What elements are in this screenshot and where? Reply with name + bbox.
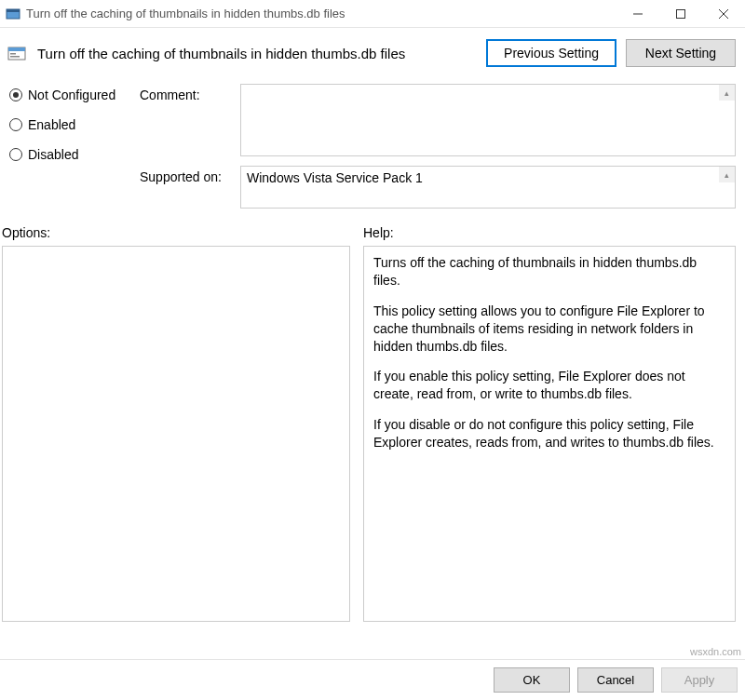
supported-row: Supported on: Windows Vista Service Pack… [140,166,736,209]
policy-icon [6,7,20,21]
config-area: Not Configured Enabled Disabled Comment:… [0,78,745,209]
header: Turn off the caching of thumbnails in hi… [0,28,745,78]
close-button[interactable] [702,0,745,27]
watermark: wsxdn.com [690,646,741,657]
comment-input[interactable]: ▴ [240,84,736,156]
radio-indicator [9,118,22,131]
section-labels: Options: Help: [0,209,745,246]
radio-label: Enabled [28,117,75,132]
radio-indicator [9,148,22,161]
titlebar: Turn off the caching of thumbnails in hi… [0,0,745,28]
radio-enabled[interactable]: Enabled [9,117,130,132]
help-pane: Turns off the caching of thumbnails in h… [363,246,736,622]
svg-rect-9 [10,56,20,58]
radio-indicator [9,88,22,101]
minimize-button[interactable] [616,0,659,27]
svg-rect-8 [10,53,16,55]
help-paragraph: This policy setting allows you to config… [373,303,725,356]
comment-row: Comment: ▴ [140,84,736,156]
radio-label: Not Configured [28,88,115,102]
panes: Turns off the caching of thumbnails in h… [0,246,745,622]
next-setting-button[interactable]: Next Setting [626,39,736,67]
state-radio-group: Not Configured Enabled Disabled [9,84,130,209]
comment-label: Comment: [140,84,233,156]
supported-label: Supported on: [140,166,233,209]
policy-large-icon [7,44,26,62]
policy-title: Turn off the caching of thumbnails in hi… [37,46,477,61]
scroll-up-icon[interactable]: ▴ [719,85,735,101]
supported-box: Windows Vista Service Pack 1 ▴ [240,166,736,209]
radio-not-configured[interactable]: Not Configured [9,88,130,102]
radio-disabled[interactable]: Disabled [9,147,130,162]
ok-button[interactable]: OK [494,667,570,693]
footer: OK Cancel Apply [0,659,745,700]
svg-rect-1 [7,9,20,12]
help-paragraph: If you disable or do not configure this … [373,416,725,451]
help-paragraph: If you enable this policy setting, File … [373,368,725,403]
window-controls [616,0,745,27]
help-label: Help: [363,225,736,240]
supported-value: Windows Vista Service Pack 1 [247,170,423,185]
help-paragraph: Turns off the caching of thumbnails in h… [373,254,725,289]
cancel-button[interactable]: Cancel [577,667,654,693]
options-pane [2,246,350,622]
window-title: Turn off the caching of thumbnails in hi… [26,7,616,20]
options-label: Options: [2,225,363,240]
radio-label: Disabled [28,147,78,162]
previous-setting-button[interactable]: Previous Setting [486,39,616,67]
svg-rect-3 [677,9,685,18]
apply-button[interactable]: Apply [661,667,738,693]
fields-column: Comment: ▴ Supported on: Windows Vista S… [140,84,736,209]
scroll-up-icon[interactable]: ▴ [719,167,735,182]
maximize-button[interactable] [659,0,702,27]
svg-rect-7 [8,47,25,51]
